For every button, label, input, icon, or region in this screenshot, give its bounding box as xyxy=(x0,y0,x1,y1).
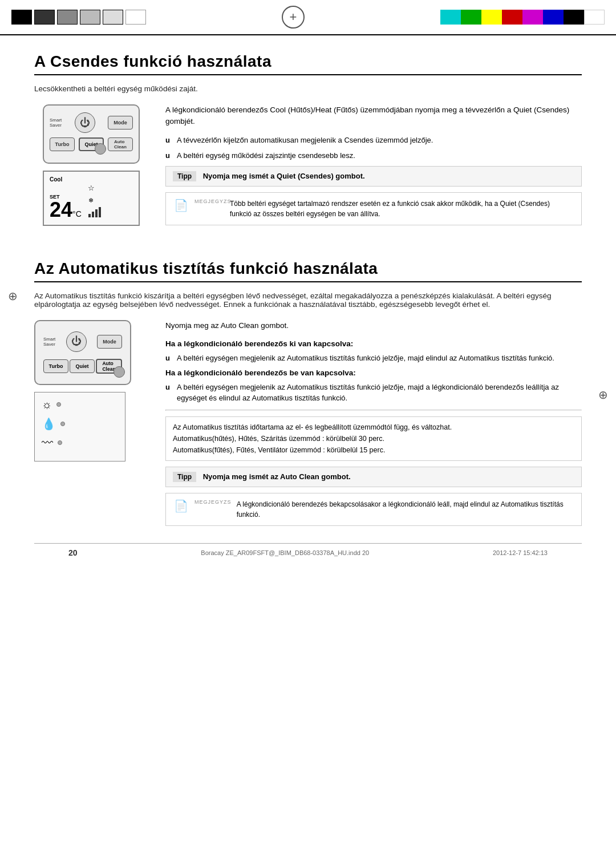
remote-auto-clean: AutoClean xyxy=(108,137,133,151)
sun-icon: ☼ xyxy=(42,398,52,411)
display-panel-autoclean: ☼ 💧 〰 xyxy=(34,392,125,462)
remote-smart-saver: SmartSaver xyxy=(50,118,62,128)
remote2-mode-btn[interactable]: Mode xyxy=(97,335,122,349)
header-bar xyxy=(0,0,616,35)
autoclean-note-box: 📄 MEGJEGYZS A légkondicionáló berendezés… xyxy=(165,493,582,526)
page-number: 20 xyxy=(68,548,78,557)
remote-top-row: SmartSaver ⏻ Mode xyxy=(50,112,133,133)
section-divider xyxy=(165,410,582,411)
snowflake-icon: ❄ xyxy=(88,197,101,204)
color-swatch-very-light xyxy=(103,10,123,25)
color-swatch-dark-gray xyxy=(34,10,55,25)
if-on-section: Ha a légkondicionáló berendezős be van k… xyxy=(165,369,582,404)
autoclean-right-col: Nyomja meg az Auto Clean gombot. Ha a lé… xyxy=(165,320,582,532)
color-swatch-white xyxy=(125,10,146,25)
remote2-auto-clean-btn[interactable]: AutoClean xyxy=(96,359,122,374)
tip-text: Nyomja meg ismét a Quiet (Csendes) gombo… xyxy=(203,172,365,180)
quiet-note-box: 📄 MEGJEGYZS Több beltéri egységet tartal… xyxy=(165,192,582,225)
fan-icon: 〰 xyxy=(42,436,53,450)
display-temperature: 24 °C xyxy=(50,200,82,220)
remote2-power-btn[interactable]: ⏻ xyxy=(66,331,87,352)
header-center xyxy=(152,6,435,29)
color-swatch-black xyxy=(11,10,32,25)
if-off-text: A beltéri egységen megjelenik az Automat… xyxy=(177,353,554,364)
quiet-tip-box: Tipp Nyomja meg ismét a Quiet (Csendes) … xyxy=(165,166,582,187)
bar1 xyxy=(88,214,91,217)
if-on-bullet: u A beltéri egységen megjelenik az Autom… xyxy=(165,382,582,404)
auto-note-line1: Az Automatikus tisztítás időtartama az e… xyxy=(173,422,574,433)
page-footer: 20 Boracay ZE_AR09FSFT@_IBIM_DB68-03378A… xyxy=(34,543,582,562)
autoclean-tip-text: Nyomja meg ismét az Auto Clean gombot. xyxy=(203,472,351,481)
quiet-bullet-1: u A tévvezérlőn kijelzőn automatikusan m… xyxy=(165,135,582,146)
cmyk-black xyxy=(564,10,584,25)
water-drop-icon: 💧 xyxy=(42,417,56,431)
dot-3 xyxy=(58,440,62,445)
remote2-mode: Mode xyxy=(97,335,122,349)
display-right-icons: ❄ xyxy=(88,197,101,217)
section-autoclean: Az Automatikus tisztítás funkció használ… xyxy=(34,260,582,532)
display-cool-label: Cool xyxy=(50,176,133,183)
auto-note-box: Az Automatikus tisztítás időtartama az e… xyxy=(165,416,582,461)
autoclean-tip-label: Tipp xyxy=(173,472,196,482)
display-panel-cool: Cool ☆ SET 24 °C ❄ xyxy=(43,171,140,226)
remote2-quiet-btn[interactable]: Quiet xyxy=(70,359,95,373)
remote2-bottom-row: Turbo Quiet AutoClean xyxy=(41,355,124,377)
tip-label: Tipp xyxy=(173,171,196,181)
note-document-icon: 📄 xyxy=(174,199,188,212)
section-quiet-intro: Lecsökkentheti a beltéri egység működési… xyxy=(34,84,582,93)
color-swatch-medium-gray xyxy=(57,10,78,25)
remote-bottom-row: Turbo Quiet AutoClean xyxy=(50,137,133,151)
if-off-section: Ha a légkondicionáló berendezős ki van k… xyxy=(165,339,582,364)
bar4 xyxy=(99,207,101,217)
remote-power-btn[interactable]: ⏻ xyxy=(75,112,95,133)
autoclean-note-label: MEGJEGYZS xyxy=(194,499,230,505)
remote2-auto-container: AutoClean xyxy=(96,359,122,374)
section2-body: SmartSaver ⏻ Mode Turbo Quiet AutoClean xyxy=(34,320,582,532)
color-swatch-light-gray xyxy=(80,10,100,25)
if-off-bullet: u A beltéri egységen megjelenik az Autom… xyxy=(165,353,582,364)
remote-quiet-btn-container: Quiet xyxy=(79,137,104,151)
auto-note-line2: Automatikus(hűtés), Hűtés, Szárítás üzem… xyxy=(173,433,574,444)
file-info: Boracay ZE_AR09FSFT@_IBIM_DB68-03378A_HU… xyxy=(201,549,369,556)
remote-control-2: SmartSaver ⏻ Mode Turbo Quiet AutoClean xyxy=(34,320,131,385)
bar2 xyxy=(92,212,94,217)
remote-turbo-btn[interactable]: Turbo xyxy=(50,137,75,151)
signal-bars xyxy=(88,206,101,217)
right-registration-mark: ⊕ xyxy=(598,388,608,402)
autoclean-left-col: SmartSaver ⏻ Mode Turbo Quiet AutoClean xyxy=(34,320,148,532)
dot-2 xyxy=(60,422,65,426)
remote-illustration: SmartSaver ⏻ Mode Turbo xyxy=(34,104,148,231)
left-registration-mark: ⊕ xyxy=(8,289,18,303)
section-autoclean-intro: Az Automatikus tisztítás funkció kiszárí… xyxy=(34,292,582,309)
cmyk-cyan xyxy=(440,10,461,25)
registration-circle xyxy=(282,6,305,29)
press-auto-clean-text: Nyomja meg az Auto Clean gombot. xyxy=(165,320,582,332)
remote2-turbo-btn[interactable]: Turbo xyxy=(43,359,68,373)
note-text: Több beltéri egységet tartalmazó rendsze… xyxy=(230,199,573,219)
display-degree-symbol: °C xyxy=(72,209,82,218)
remote-turbo: Turbo xyxy=(50,137,75,151)
remote-mode-btn[interactable]: Mode xyxy=(108,116,133,129)
display-drop-row: 💧 xyxy=(42,417,118,431)
bullet-text-1: A tévvezérlőn kijelzőn automatikusan meg… xyxy=(177,135,433,146)
remote-auto-btn[interactable]: AutoClean xyxy=(108,137,133,151)
cmyk-yellow xyxy=(481,10,502,25)
display-temp-row: SET 24 °C ❄ xyxy=(50,194,133,220)
cmyk-red xyxy=(502,10,522,25)
bar3 xyxy=(95,209,98,217)
display-temp-value: 24 xyxy=(50,200,72,220)
section-autoclean-title: Az Automatikus tisztítás funkció használ… xyxy=(34,260,582,282)
autoclean-note-icon: 📄 xyxy=(174,499,188,513)
cmyk-white xyxy=(584,10,605,25)
remote-quiet-btn[interactable]: Quiet xyxy=(79,137,104,151)
if-on-heading: Ha a légkondicionáló berendezős be van k… xyxy=(165,369,582,377)
autoclean-tip-box: Tipp Nyomja meg ismét az Auto Clean gomb… xyxy=(165,467,582,487)
bullet-marker: u xyxy=(165,135,172,146)
note-label: MEGJEGYZS xyxy=(194,199,223,204)
bullet-marker-2: u xyxy=(165,150,172,161)
dot-1 xyxy=(56,402,61,407)
bullet-u-4: u xyxy=(165,382,172,404)
cmyk-blue xyxy=(543,10,564,25)
section-quiet-title: A Csendes funkció használata xyxy=(34,52,582,75)
instruction-main-text: A légkondicionáló berendezős Cool (Hűtős… xyxy=(165,104,582,128)
